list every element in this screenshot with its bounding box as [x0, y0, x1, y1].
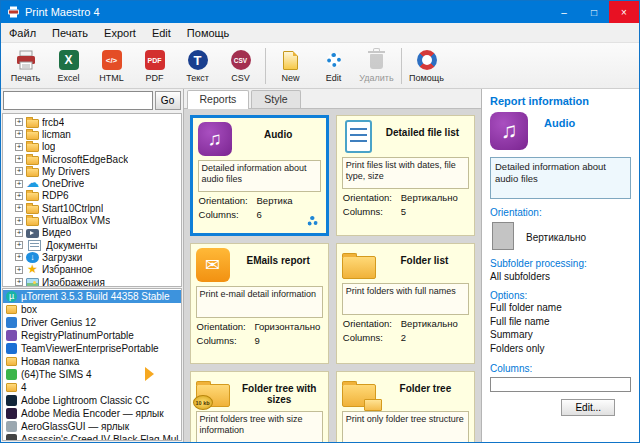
expand-icon[interactable]: + [15, 180, 23, 188]
tree-item-onedrive[interactable]: +☁OneDrive [15, 177, 181, 189]
folder-icon [26, 131, 39, 140]
report-title: Audio [544, 117, 575, 150]
pictures-folder-icon [26, 278, 39, 288]
splitter-collapse-arrow-icon[interactable] [145, 367, 154, 381]
maximize-button[interactable]: □ [579, 1, 609, 23]
menu-export[interactable]: Export [96, 25, 144, 41]
favorites-star-icon: ★ [26, 264, 39, 275]
expand-icon[interactable]: + [15, 130, 23, 138]
folder-icon [6, 305, 17, 314]
menu-help[interactable]: Помощь [179, 25, 238, 41]
columns-input[interactable] [490, 377, 631, 392]
report-card-emails[interactable]: ✉ EMails report Print e-mail detail info… [190, 243, 329, 364]
orientation-value: Вертикально [526, 232, 586, 243]
list-item-lightroom[interactable]: Adobe Lightroom Classic CC [3, 394, 181, 407]
tab-style[interactable]: Style [251, 90, 300, 108]
tree-item-virtualbox-vms[interactable]: +VirtualBox VMs [15, 214, 181, 226]
expand-icon[interactable]: + [15, 167, 23, 175]
app-icon [6, 343, 17, 354]
audio-note-icon: ♫ [198, 122, 232, 156]
tree-item-log[interactable]: +log [15, 141, 181, 153]
tree-item-licman[interactable]: +licman [15, 128, 181, 140]
shortcut-icon [6, 408, 17, 419]
list-item-4[interactable]: 4 [3, 381, 181, 394]
folder-tree-icon [342, 376, 378, 407]
list-item-box[interactable]: box [3, 303, 181, 316]
expand-icon[interactable]: + [15, 204, 23, 212]
app-window: Print Maestro 4 – □ × Файл Печать Export… [0, 0, 640, 443]
expand-icon[interactable]: + [15, 217, 23, 225]
report-card-detailed-file-list[interactable]: Detailed file list Print files list with… [336, 115, 475, 236]
report-card-folder-list[interactable]: Folder list Print folders with full name… [336, 243, 475, 364]
minimize-button[interactable]: – [549, 1, 579, 23]
menu-edit[interactable]: Edit [144, 25, 179, 41]
edit-button[interactable]: Edit [312, 44, 355, 87]
documents-folder-icon [28, 240, 41, 251]
tree-item-my-drivers[interactable]: +My Drivers [15, 165, 181, 177]
list-item-teamviewer[interactable]: TeamViewerEnterprisePortable [3, 342, 181, 355]
folder-icon [26, 143, 39, 152]
expand-icon[interactable]: + [15, 229, 23, 237]
excel-button[interactable]: X Excel [47, 44, 90, 87]
tree-item-rdp6[interactable]: +RDP6 [15, 190, 181, 202]
delete-button[interactable]: Удалить [355, 44, 398, 87]
list-item-utorrent[interactable]: µµTorrent 3.5.3 Build 44358 Stable [3, 290, 181, 303]
menu-print[interactable]: Печать [44, 25, 96, 41]
card-description: Print files list with dates, file type, … [342, 157, 469, 189]
card-description: Print folders tree with size information [196, 411, 323, 442]
tree-item-video[interactable]: +Видео [15, 227, 181, 239]
tree-item-microsoftedgeback[interactable]: +MicrosoftEdgeBack [15, 153, 181, 165]
expand-icon[interactable]: + [15, 155, 23, 163]
tree-item-downloads[interactable]: +↓Загрузки [15, 251, 181, 263]
help-lifebuoy-icon [417, 48, 437, 72]
menu-file[interactable]: Файл [1, 25, 44, 41]
print-button[interactable]: Печать [4, 44, 47, 87]
new-button[interactable]: New [269, 44, 312, 87]
expand-icon[interactable]: + [15, 118, 23, 126]
card-settings-gear-icon[interactable] [307, 216, 318, 227]
tree-item-frcb4[interactable]: +frcb4 [15, 116, 181, 128]
delete-trash-icon [370, 48, 383, 72]
report-card-folder-tree[interactable]: Folder tree Print only folder tree struc… [336, 371, 475, 442]
tree-item-start10ctrlpnl[interactable]: +Start10Ctrlpnl [15, 202, 181, 214]
report-card-audio[interactable]: ♫ Audio Detailed information about audio… [190, 115, 329, 236]
html-button[interactable]: </> HTML [90, 44, 133, 87]
subfolder-processing-label: Subfolder processing: [490, 258, 631, 269]
new-document-icon [283, 48, 298, 72]
card-title: Audio [236, 122, 321, 140]
edit-report-button[interactable]: Edit... [561, 399, 615, 416]
pdf-button[interactable]: PDF PDF [133, 44, 176, 87]
list-item-aeroglass[interactable]: AeroGlassGUI — ярлык [3, 420, 181, 433]
expand-icon[interactable]: + [15, 192, 23, 200]
tool-label: CSV [231, 73, 250, 83]
toolbar-separator [265, 48, 266, 84]
csv-button[interactable]: CSV CSV [219, 44, 262, 87]
tree-item-documents[interactable]: +Документы [15, 239, 181, 251]
help-button[interactable]: Помощь [405, 44, 448, 87]
onedrive-cloud-icon: ☁ [26, 178, 39, 189]
list-item-registry-platinum[interactable]: RegistryPlatinumPortable [3, 329, 181, 342]
option-folders-only: Folders only [490, 342, 631, 356]
folder-icon [26, 192, 39, 201]
tree-item-favorites[interactable]: +★Избранное [15, 264, 181, 276]
text-button[interactable]: T Текст [176, 44, 219, 87]
tree-item-pictures[interactable]: +Изображения [15, 276, 181, 287]
list-item-assassins-creed[interactable]: Assassin's Creed IV Black Flag Mul [3, 433, 181, 441]
search-input[interactable] [3, 91, 153, 110]
expand-icon[interactable]: + [15, 266, 23, 274]
app-icon [6, 330, 17, 341]
go-button[interactable]: Go [155, 91, 181, 110]
file-list-icon [345, 120, 372, 153]
expand-icon[interactable]: + [15, 278, 23, 286]
expand-icon[interactable]: + [15, 253, 23, 261]
expand-icon[interactable]: + [15, 241, 23, 249]
tool-label: PDF [146, 73, 164, 83]
expand-icon[interactable]: + [15, 143, 23, 151]
pdf-icon: PDF [145, 48, 165, 72]
report-card-folder-tree-sizes[interactable]: 10 kb Folder tree with sizes Print folde… [190, 371, 329, 442]
list-item-driver-genius[interactable]: Driver Genius 12 [3, 316, 181, 329]
list-item-media-encoder[interactable]: Adobe Media Encoder — ярлык [3, 407, 181, 420]
tab-reports[interactable]: Reports [187, 90, 250, 109]
close-button[interactable]: × [609, 1, 639, 23]
audio-note-icon: ♫ [490, 112, 528, 150]
